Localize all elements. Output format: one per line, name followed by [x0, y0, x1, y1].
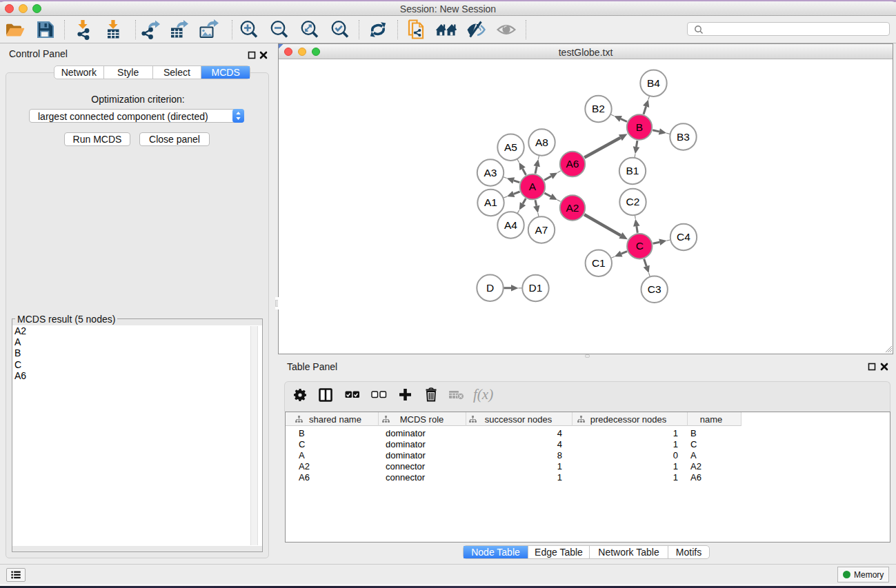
- svg-text:A1: A1: [484, 196, 497, 208]
- svg-text:A8: A8: [535, 136, 548, 148]
- svg-text:D: D: [486, 282, 494, 294]
- svg-text:C: C: [636, 240, 644, 252]
- svg-text:C4: C4: [677, 231, 690, 243]
- svg-text:A4: A4: [504, 219, 517, 231]
- svg-text:C1: C1: [592, 257, 606, 269]
- svg-text:B1: B1: [626, 165, 639, 176]
- svg-text:B: B: [636, 121, 643, 133]
- svg-text:B4: B4: [647, 77, 660, 89]
- svg-text:A5: A5: [504, 141, 517, 153]
- svg-text:D1: D1: [529, 282, 543, 294]
- svg-text:A2: A2: [566, 202, 579, 214]
- svg-text:A7: A7: [535, 224, 548, 236]
- svg-text:A: A: [529, 181, 537, 192]
- svg-text:A3: A3: [484, 167, 497, 179]
- svg-text:B3: B3: [677, 131, 690, 143]
- svg-text:C3: C3: [648, 283, 661, 295]
- svg-text:C2: C2: [626, 196, 640, 207]
- svg-text:B2: B2: [592, 103, 605, 114]
- svg-text:A6: A6: [566, 158, 579, 170]
